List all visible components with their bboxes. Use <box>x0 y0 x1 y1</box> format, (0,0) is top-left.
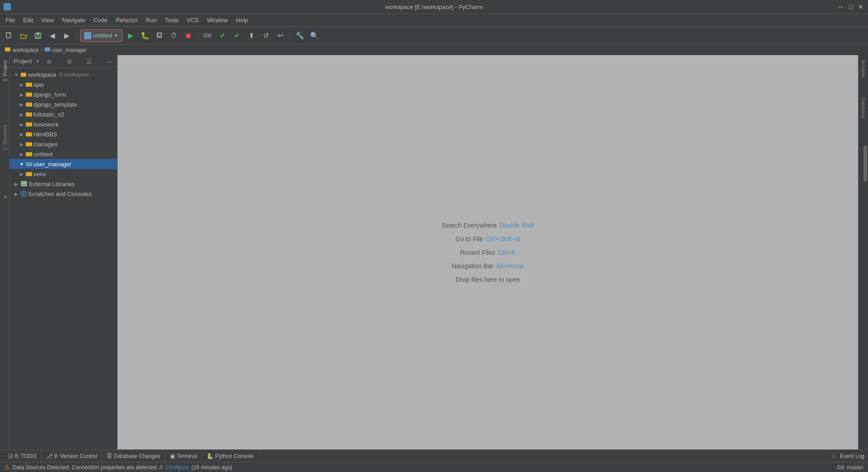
tree-item-user-manager[interactable]: user_manager <box>10 159 117 169</box>
menu-help[interactable]: Help <box>232 15 252 25</box>
tree-item-htmlbbs[interactable]: HtmlBBS <box>10 129 117 139</box>
close-button[interactable]: ✕ <box>857 3 864 10</box>
tree-label-htmlbbs: HtmlBBS <box>33 131 57 138</box>
tree-root[interactable]: workspace E:\workspace <box>10 70 117 79</box>
tree-item-external-libs[interactable]: External Libraries <box>10 179 117 189</box>
svg-rect-20 <box>21 185 27 186</box>
breadcrumb-workspace[interactable]: workspace <box>13 47 38 53</box>
panel-gear-button[interactable]: ☰ <box>85 57 94 65</box>
status-tab-version-control[interactable]: ⎇ 9: Version Control <box>42 450 102 463</box>
tree-arrow-venv <box>19 171 24 177</box>
panel-add-button[interactable]: ⊕ <box>45 57 53 65</box>
window-controls: ─ □ ✕ <box>837 3 864 10</box>
editor-content: Search Everywhere Double Shift Go to Fil… <box>118 55 858 449</box>
hint-drop-text: Drop files here to open <box>456 276 520 283</box>
tree-item-venv[interactable]: venv <box>10 169 117 179</box>
settings-button[interactable]: 🔧 <box>293 29 306 42</box>
tree-item-hosework[interactable]: hosework <box>10 119 117 129</box>
status-bar: ☑ 6: TODO ⎇ 9: Version Control 🗄 Databas… <box>0 449 868 462</box>
save-button[interactable] <box>32 29 44 42</box>
status-tab-python-console[interactable]: 🐍 Python Console <box>202 450 259 463</box>
stop-button[interactable]: ⏹ <box>182 29 195 42</box>
git-label: Git: <box>203 32 212 39</box>
search-everywhere-button[interactable]: 🔍 <box>308 29 321 42</box>
tree-item-django-template[interactable]: django_template <box>10 99 117 109</box>
folder-icon-fullstatic <box>26 112 32 117</box>
hint-goto-file: Go to File Ctrl+Shift+N <box>456 235 520 243</box>
menu-run[interactable]: Run <box>142 15 160 25</box>
tab-project[interactable]: 1: Project <box>1 57 9 85</box>
panel-collapse-button[interactable]: — <box>105 57 113 65</box>
run-config[interactable]: untitled ▼ <box>80 29 123 42</box>
status-tab-terminal[interactable]: ▣ Terminal <box>165 450 202 463</box>
status-tab-todo[interactable]: ☑ 6: TODO <box>4 450 42 463</box>
debug-button[interactable]: 🐛 <box>139 29 151 42</box>
menu-navigate[interactable]: Navigate <box>58 15 89 25</box>
tree-arrow-ext-libs <box>14 181 19 187</box>
tree-item-fullstatic[interactable]: fullstatic_s2 <box>10 109 117 119</box>
window-title: workspace [E:\workspace] - PyCharm <box>385 4 483 10</box>
app-icon <box>4 3 11 10</box>
folder-icon-manages <box>26 141 32 147</box>
status-right: ⚠ Event Log <box>831 453 864 459</box>
event-log-label[interactable]: Event Log <box>840 453 864 459</box>
run-with-coverage[interactable]: ⛾ <box>153 29 166 42</box>
tree-item-scratches[interactable]: Scratches and Consoles <box>10 189 117 199</box>
tab-favorites[interactable]: ★ <box>1 190 9 203</box>
forward-button[interactable]: ▶ <box>61 29 73 42</box>
git-branch-status[interactable]: Git: master <box>837 464 863 471</box>
menu-view[interactable]: View <box>38 15 57 25</box>
menu-refactor[interactable]: Refactor <box>112 15 142 25</box>
profile-button[interactable]: ⏱ <box>168 29 180 42</box>
run-button[interactable]: ▶ <box>124 29 137 42</box>
new-file-button[interactable] <box>3 29 15 42</box>
run-config-label: untitled <box>93 32 112 39</box>
database-panel-button[interactable]: Database <box>860 94 867 121</box>
tree-label-fullstatic: fullstatic_s2 <box>33 111 64 118</box>
menu-code[interactable]: Code <box>90 15 111 25</box>
breadcrumb-user-manager[interactable]: user_manager <box>44 46 87 54</box>
maximize-button[interactable]: □ <box>847 3 854 10</box>
tree-item-django-form[interactable]: django_form <box>10 89 117 99</box>
svg-rect-13 <box>26 132 32 136</box>
scrollbar-thumb[interactable] <box>863 145 867 182</box>
status-tab-db-changes[interactable]: 🗄 Database Changes <box>102 450 165 463</box>
event-log-icon: ⚠ <box>831 453 836 459</box>
tree-root-path: E:\workspace <box>59 72 89 77</box>
hint-nav-bar: Navigation Bar Alt+Home <box>452 262 524 270</box>
minimize-button[interactable]: ─ <box>837 3 844 10</box>
db-icon: 🗄 <box>107 453 112 459</box>
panel-header: Project ▼ ⊕ ⚙ ☰ — <box>10 55 117 68</box>
folder-icon-hosework <box>26 122 32 127</box>
main-area: 1: Project 2: Structure ★ Project ▼ ⊕ ⚙ … <box>0 55 868 449</box>
terminal-icon: ▣ <box>170 453 175 459</box>
tab-structure[interactable]: 2: Structure <box>1 121 9 154</box>
hint-search-text: Search Everywhere <box>442 222 497 229</box>
svg-rect-19 <box>21 183 27 184</box>
git-history-button[interactable]: ↩ <box>274 29 287 42</box>
tree-label-manages: manages <box>33 141 57 148</box>
tree-arrow-htmlbbs <box>19 131 24 137</box>
tree-item-manages[interactable]: manages <box>10 139 117 149</box>
panel-settings-button[interactable]: ⚙ <box>66 57 74 65</box>
menu-file[interactable]: File <box>2 15 19 25</box>
tree-arrow-hosework <box>19 122 24 127</box>
git-commit-button[interactable]: ✔ <box>216 29 229 42</box>
menu-tools[interactable]: Tools <box>161 15 182 25</box>
git-revert-button[interactable]: ↺ <box>259 29 272 42</box>
git-push-button[interactable]: ✔ <box>231 29 243 42</box>
menu-vcs[interactable]: VCS <box>183 15 203 25</box>
tree-item-untitled[interactable]: untitled <box>10 149 117 159</box>
scratches-icon <box>20 191 27 197</box>
back-button[interactable]: ◀ <box>46 29 59 42</box>
tree-item-ajax[interactable]: ajax <box>10 79 117 89</box>
tree-label-untitled: untitled <box>33 151 52 158</box>
menu-window[interactable]: Window <box>203 15 231 25</box>
open-button[interactable] <box>17 29 30 42</box>
git-pull-button[interactable]: ⬆ <box>245 29 258 42</box>
sciview-panel-button[interactable]: SciView <box>860 57 867 80</box>
svg-rect-2 <box>37 33 39 35</box>
menu-edit[interactable]: Edit <box>19 15 37 25</box>
title-bar: workspace [E:\workspace] - PyCharm ─ □ ✕ <box>0 0 868 14</box>
configure-link[interactable]: Configure <box>165 464 189 471</box>
